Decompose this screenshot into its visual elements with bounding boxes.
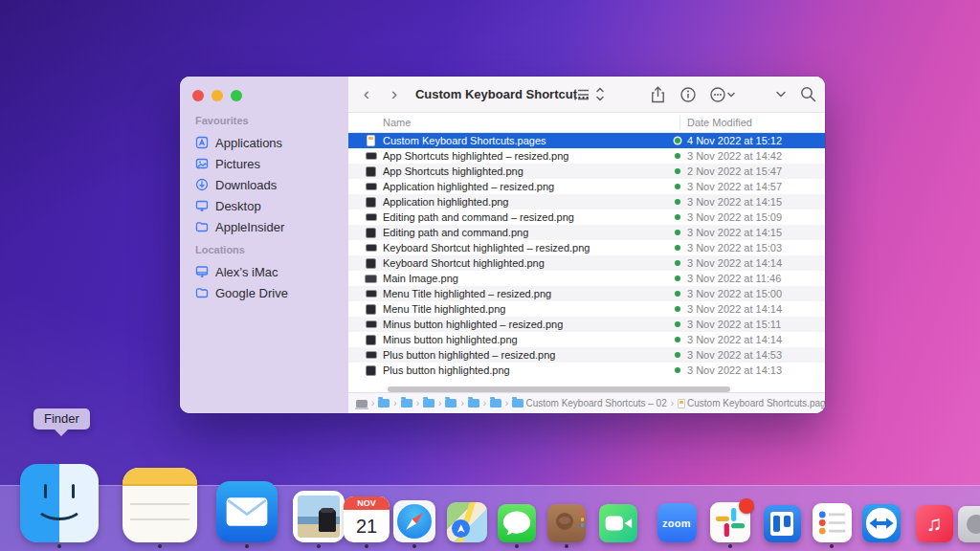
file-row[interactable]: App Shortcuts highlighted – resized.png3… — [348, 148, 825, 164]
share-icon[interactable] — [651, 86, 665, 103]
file-row[interactable]: Keyboard Shortcut highlighted – resized.… — [348, 240, 825, 255]
file-row[interactable]: Application highlighted – resized.png3 N… — [348, 179, 825, 194]
sidebar-item-desktop[interactable]: Desktop — [191, 195, 341, 216]
column-date-modified[interactable]: Date Modified — [687, 117, 752, 128]
music-note-glyph: ♫ — [916, 505, 953, 542]
sidebar-item-google-drive[interactable]: Google Drive — [191, 282, 341, 303]
file-row[interactable]: Plus button highlighted – resized.png3 N… — [348, 347, 825, 363]
dock-app-slack[interactable] — [710, 502, 750, 542]
close-button[interactable] — [192, 90, 204, 101]
file-row[interactable]: Menu Title highlighted.png3 Nov 2022 at … — [348, 301, 825, 317]
dock-app-finder[interactable] — [20, 464, 99, 542]
sidebar-item-appleinsider[interactable]: AppleInsider — [191, 216, 341, 237]
imac-icon — [195, 265, 209, 278]
column-divider[interactable] — [679, 116, 680, 129]
file-name: Minus button highlighted.png — [383, 334, 518, 345]
list-column-header[interactable]: Name Date Modified — [348, 113, 825, 133]
file-row[interactable]: Custom Keyboard Shortcuts.pages4 Nov 202… — [348, 133, 825, 148]
list-view-icon[interactable] — [574, 88, 590, 101]
search-icon[interactable] — [800, 86, 816, 102]
sync-status-icon — [675, 321, 680, 327]
dock-app-settings[interactable] — [958, 506, 980, 542]
dock-app-trello[interactable] — [764, 505, 801, 542]
breadcrumb-item-folder[interactable] — [378, 399, 390, 408]
file-date-modified: 3 Nov 2022 at 14:14 — [687, 303, 782, 315]
breadcrumb-separator-icon: › — [438, 398, 441, 408]
folder-icon — [195, 220, 209, 233]
file-date-modified: 3 Nov 2022 at 14:15 — [687, 227, 782, 238]
column-name[interactable]: Name — [383, 117, 411, 128]
breadcrumb-item-folder[interactable]: Custom Keyboard Shortcuts – 02 — [512, 398, 666, 408]
breadcrumb-item-computer[interactable] — [356, 400, 368, 408]
file-row[interactable]: Editing path and command – resized.png3 … — [348, 209, 825, 225]
breadcrumb-item-pages[interactable]: Custom Keyboard Shortcuts.pages — [678, 398, 825, 408]
breadcrumb-item-folder[interactable] — [490, 399, 501, 408]
dock-app-mail[interactable] — [216, 481, 278, 542]
dock-app-safari[interactable] — [393, 500, 435, 542]
zoom-wordmark: zoom — [657, 503, 697, 542]
file-name: Main Image.png — [383, 273, 458, 284]
running-indicator-dot — [158, 544, 162, 548]
file-thumbnail-icon — [365, 319, 377, 330]
file-name: Application highlighted.png — [383, 196, 509, 208]
file-date-modified: 3 Nov 2022 at 14:53 — [687, 349, 782, 361]
file-date-modified: 3 Nov 2022 at 15:09 — [687, 211, 782, 223]
file-row[interactable]: Application highlighted.png3 Nov 2022 at… — [348, 194, 825, 209]
sidebar-item-label: Downloads — [215, 178, 277, 192]
running-indicator-dot — [245, 544, 249, 548]
sidebar-item-alex-s-imac[interactable]: Alex’s iMac — [191, 261, 341, 282]
running-indicator-dot — [317, 544, 321, 548]
file-row[interactable]: App Shortcuts highlighted.png2 Nov 2022 … — [348, 164, 825, 179]
dock-app-zoom[interactable]: zoom — [657, 503, 697, 542]
teamviewer-icon — [862, 504, 901, 542]
music-icon: ♫ — [916, 505, 953, 542]
back-button[interactable]: ‹ — [356, 84, 377, 103]
file-date-modified: 4 Nov 2022 at 15:12 — [687, 135, 782, 146]
sort-chevrons-icon[interactable] — [595, 86, 605, 102]
info-icon[interactable] — [680, 87, 696, 102]
file-name: Editing path and command – resized.png — [383, 211, 574, 223]
forward-button[interactable]: › — [384, 84, 405, 103]
dock-app-reminders[interactable] — [813, 503, 852, 542]
dock-app-calendar[interactable]: NOV21 — [344, 496, 390, 542]
breadcrumb-separator-icon: › — [416, 398, 419, 408]
file-name: Menu Title highlighted.png — [383, 303, 505, 315]
running-indicator-dot — [728, 544, 732, 548]
file-row[interactable]: Plus button highlighted.png3 Nov 2022 at… — [348, 363, 825, 378]
zoom-button[interactable] — [231, 90, 242, 101]
dock-app-preview[interactable] — [293, 491, 345, 542]
breadcrumb-item-folder[interactable] — [468, 399, 479, 408]
breadcrumb-item-folder[interactable] — [401, 399, 412, 408]
sidebar-item-downloads[interactable]: Downloads — [191, 174, 341, 195]
file-row[interactable]: Menu Title highlighted – resized.png3 No… — [348, 286, 825, 301]
sidebar-item-applications[interactable]: Applications — [191, 132, 341, 153]
breadcrumb-item-folder[interactable] — [445, 399, 457, 408]
file-row[interactable]: Keyboard Shortcut highlighted.png3 Nov 2… — [348, 255, 825, 271]
file-date-modified: 3 Nov 2022 at 15:00 — [687, 288, 782, 299]
finder-toolbar: ‹ › Custom Keyboard Shortcut… — [348, 77, 825, 113]
status-bar: ›››››››Custom Keyboard Shortcuts – 02›Cu… — [348, 392, 825, 413]
sidebar-item-pictures[interactable]: Pictures — [191, 153, 341, 174]
file-row[interactable]: Minus button highlighted.png3 Nov 2022 a… — [348, 332, 825, 347]
file-row[interactable]: Main Image.png3 Nov 2022 at 11:46 — [348, 271, 825, 286]
mail-icon — [216, 481, 278, 542]
dock-app-maps[interactable] — [447, 502, 487, 542]
more-actions-icon[interactable] — [710, 87, 736, 102]
dock-app-facetime[interactable] — [599, 504, 637, 542]
breadcrumb-item-folder[interactable] — [423, 399, 434, 408]
minimize-button[interactable] — [212, 90, 223, 101]
safari-icon — [393, 500, 435, 542]
sync-status-icon — [675, 199, 680, 205]
dock-app-messages[interactable] — [498, 504, 536, 542]
toolbar-overflow-chevron-icon[interactable] — [775, 91, 787, 99]
file-row[interactable]: Editing path and command.png3 Nov 2022 a… — [348, 225, 825, 240]
dock-app-contacts[interactable] — [547, 504, 586, 542]
breadcrumb: ›››››››Custom Keyboard Shortcuts – 02›Cu… — [356, 398, 825, 408]
file-thumbnail-icon — [365, 165, 377, 177]
dock-app-music[interactable]: ♫ — [916, 505, 953, 542]
file-row[interactable]: Minus button highlighted – resized.png3 … — [348, 317, 825, 332]
file-thumbnail-icon — [365, 273, 377, 284]
dock-app-notes[interactable] — [122, 468, 197, 542]
dock-app-teamviewer[interactable] — [862, 504, 901, 542]
file-date-modified: 3 Nov 2022 at 11:46 — [687, 273, 781, 284]
